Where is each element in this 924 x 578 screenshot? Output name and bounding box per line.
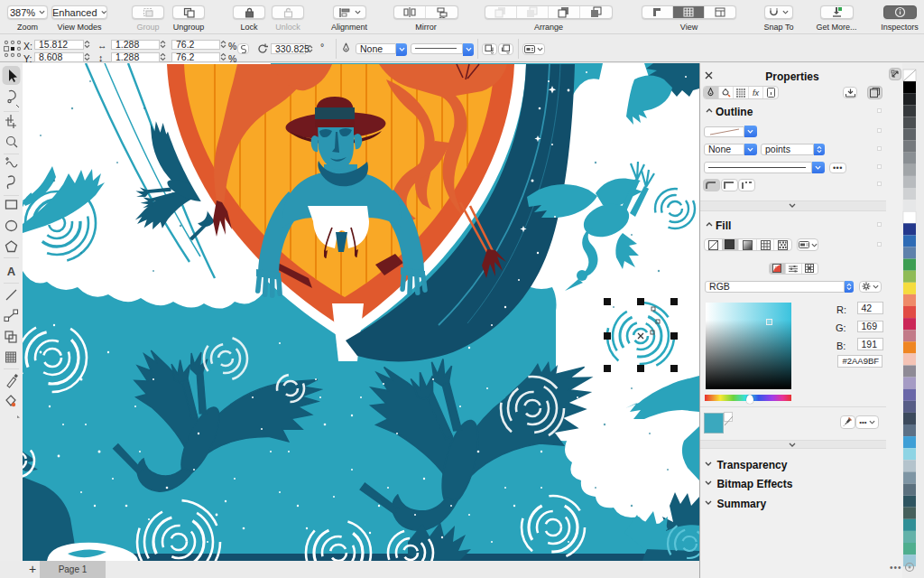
svg-text:A: A (7, 265, 16, 278)
